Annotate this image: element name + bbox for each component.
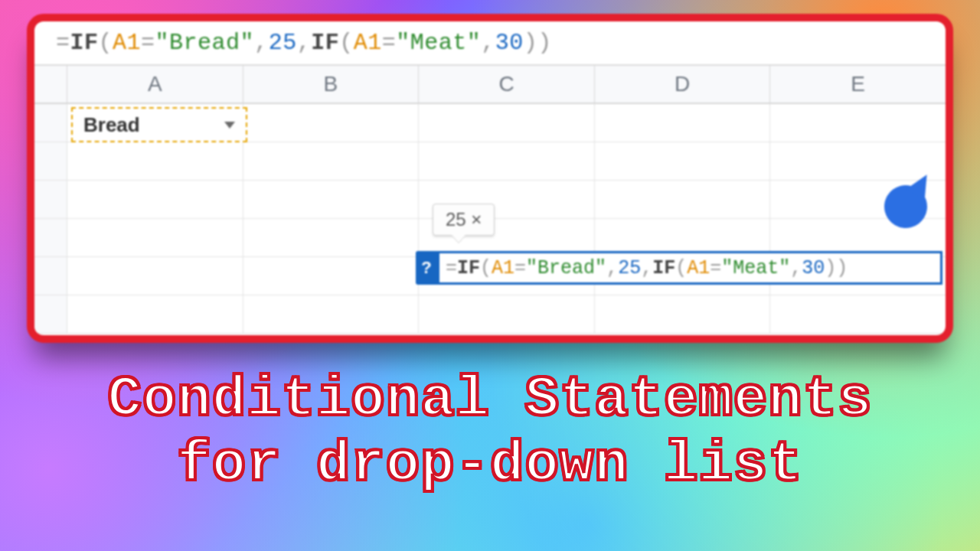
col-header-e[interactable]: E [769,66,946,103]
cell-editor[interactable]: ? = IF ( A1 = "Bread" , 25 , IF ( A1 = "… [416,251,942,285]
formula-bar[interactable]: = IF ( A1 = "Bread" , 25 , IF ( A1 = "Me… [34,21,946,66]
title-line-2: for drop-down list [15,432,965,497]
formula-op1: = [141,30,155,56]
formula-op2: = [382,30,397,56]
formula-rp1: ) [524,30,538,56]
spreadsheet-panel: = IF ( A1 = "Bread" , 25 , IF ( A1 = "Me… [27,14,953,343]
col-header-d[interactable]: D [594,66,770,103]
formula-c3: , [481,30,495,56]
formula-lp1: ( [99,30,113,56]
formula-eq: = [56,30,70,56]
thumbnail-title: Conditional Statements for drop-down lis… [0,367,980,497]
row-header-corner [34,66,67,103]
tooltip-text: 25 × [446,209,482,230]
formula-preview-tooltip: 25 × [433,204,495,236]
col-header-c[interactable]: C [418,66,594,103]
formula-if1: IF [70,30,99,56]
column-headers: A B C D E [34,66,946,104]
grid[interactable]: Bread 25 × ? = IF ( A1 = "Bread" , 25 , … [34,104,946,335]
table-row [34,295,946,334]
formula-30: 30 [495,30,524,56]
formula-c1: , [254,30,269,56]
col-header-b[interactable]: B [243,66,419,103]
formula-rp2: ) [537,30,552,56]
formula-c2: , [297,30,312,56]
formula-25: 25 [269,30,297,56]
formula-ref1: A1 [113,30,141,56]
formula-str-bread: "Bread" [155,30,255,56]
cell-editor-input[interactable]: = IF ( A1 = "Bread" , 25 , IF ( A1 = "Me… [437,251,942,285]
col-header-a[interactable]: A [67,66,243,103]
dropdown-cell-a1[interactable]: Bread [71,107,247,142]
formula-lp2: ( [339,30,354,56]
formula-hint-badge[interactable]: ? [416,251,437,285]
formula-if2: IF [311,30,339,56]
chevron-down-icon [224,122,235,129]
formula-ref2: A1 [354,30,382,56]
formula-str-meat: "Meat" [396,30,481,56]
dropdown-value: Bread [83,113,140,137]
table-row [34,142,946,181]
title-line-1: Conditional Statements [108,367,873,432]
